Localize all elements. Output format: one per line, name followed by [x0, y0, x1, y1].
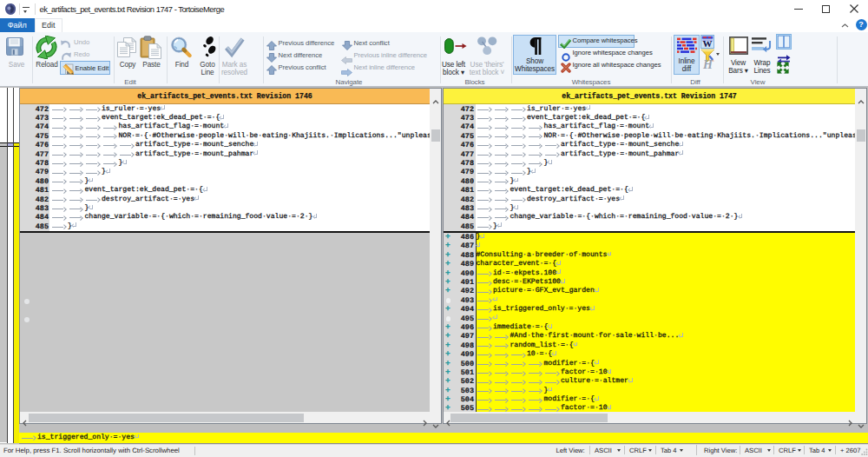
svg-text:W: W [702, 37, 712, 47]
